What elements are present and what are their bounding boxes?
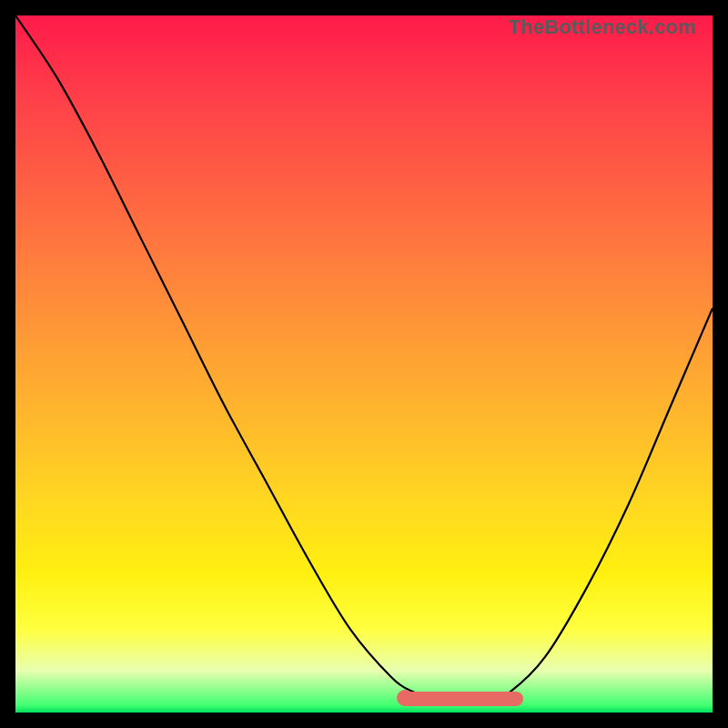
chart-container: TheBottleneck.com [0, 0, 728, 728]
optimal-range-start-dot [397, 690, 413, 706]
curve-svg [15, 15, 713, 713]
bottleneck-curve-path [15, 15, 713, 699]
plot-area: TheBottleneck.com [15, 15, 713, 713]
optimal-range-marker [400, 692, 523, 706]
